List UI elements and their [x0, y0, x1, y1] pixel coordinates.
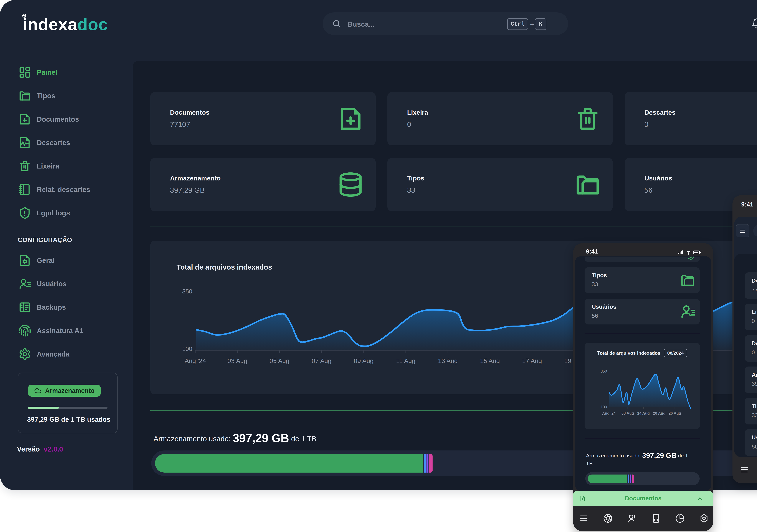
svg-text:20 Aug: 20 Aug	[653, 411, 665, 415]
svg-text:08 Aug: 08 Aug	[621, 411, 634, 415]
svg-text:Aug '24: Aug '24	[602, 411, 616, 415]
svg-text:100: 100	[601, 405, 607, 409]
svg-text:350: 350	[182, 288, 192, 295]
svg-text:17 Aug: 17 Aug	[522, 357, 542, 364]
svg-text:14 Aug: 14 Aug	[637, 411, 650, 415]
svg-text:07 Aug: 07 Aug	[312, 357, 332, 364]
svg-text:03 Aug: 03 Aug	[227, 357, 247, 364]
svg-text:09 Aug: 09 Aug	[354, 357, 374, 364]
svg-text:13 Aug: 13 Aug	[438, 357, 458, 364]
svg-text:100: 100	[182, 346, 192, 352]
svg-text:26 Aug: 26 Aug	[669, 411, 681, 415]
svg-text:15 Aug: 15 Aug	[480, 357, 500, 364]
svg-text:05 Aug: 05 Aug	[270, 357, 289, 364]
svg-text:350: 350	[601, 369, 607, 373]
svg-text:Aug '24: Aug '24	[185, 357, 206, 364]
svg-text:11 Aug: 11 Aug	[396, 357, 415, 364]
